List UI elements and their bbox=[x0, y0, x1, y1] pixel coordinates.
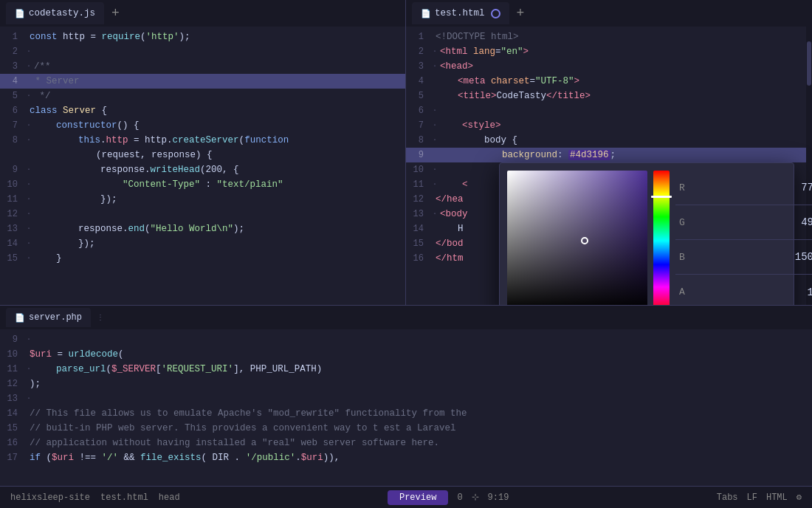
hue-spectrum[interactable] bbox=[653, 171, 670, 305]
g-label: G bbox=[675, 217, 689, 228]
code-line: 1 <!DOCTYPE html> bbox=[406, 30, 812, 44]
code-line: 5 <title>CodeTasty</title> bbox=[406, 89, 812, 103]
a-label: A bbox=[675, 286, 689, 298]
r-input[interactable] bbox=[689, 182, 812, 193]
preview-button[interactable]: Preview bbox=[388, 490, 448, 505]
status-time: 9:19 bbox=[488, 492, 509, 503]
code-line: 11 · parse_url($_SERVER['REQUEST_URI'], … bbox=[0, 362, 812, 377]
r-label: R bbox=[675, 182, 689, 193]
b-label: B bbox=[675, 252, 689, 263]
code-line: 6 · bbox=[406, 103, 812, 118]
right-tab-add[interactable]: + bbox=[509, 6, 532, 21]
status-center: Preview 0 ⊹ 9:19 bbox=[180, 490, 717, 505]
color-gradient-cursor bbox=[581, 237, 588, 244]
code-line: 4 <meta charset="UTF-8"> bbox=[406, 74, 812, 89]
status-bar: helixsleep-site test.html head Preview 0… bbox=[0, 486, 812, 508]
code-line: 4 * Server bbox=[0, 74, 405, 89]
code-line: 15 · } bbox=[0, 251, 405, 266]
code-line: 14 // This file allows us to emulate Apa… bbox=[0, 406, 812, 421]
code-line: 10 $uri = urldecode( bbox=[0, 347, 812, 362]
bottom-code-area[interactable]: 9 · 10 $uri = urldecode( 11 · parse_url(… bbox=[0, 329, 812, 486]
bottom-section: 📄 server.php ⋮ 9 · 10 $uri = urldecode( … bbox=[0, 305, 812, 486]
left-pane: 📄 codetasty.js + 1 const http = require(… bbox=[0, 0, 406, 305]
status-file: test.html bbox=[100, 492, 148, 503]
status-lang: HTML bbox=[766, 492, 788, 503]
code-line: 15 // built-in PHP web server. This prov… bbox=[0, 421, 812, 436]
color-values: R G B A bbox=[675, 171, 812, 305]
code-line: 8 · body { bbox=[406, 133, 812, 148]
tab-modified-indicator bbox=[491, 9, 500, 18]
color-picker[interactable]: R G B A bbox=[499, 162, 794, 305]
code-line: 11 · }); bbox=[0, 192, 405, 207]
code-line: 13 · bbox=[0, 391, 812, 406]
g-input[interactable] bbox=[689, 216, 812, 228]
b-input[interactable] bbox=[689, 251, 812, 263]
code-line: 14 · }); bbox=[0, 236, 405, 251]
bottom-tab-bar: 📄 server.php ⋮ bbox=[0, 306, 812, 329]
code-line: 17 if ($uri !== '/' && file_exists( DIR … bbox=[0, 450, 812, 465]
left-tab-add[interactable]: + bbox=[104, 6, 127, 21]
hue-cursor bbox=[651, 196, 672, 198]
bottom-tab[interactable]: 📄 server.php bbox=[6, 308, 91, 327]
code-line: 2 · bbox=[0, 44, 405, 59]
code-line: 13 · response.end("Hello World\n"); bbox=[0, 222, 405, 236]
code-line: 8 · this.http = http.createServer(functi… bbox=[0, 133, 405, 148]
status-zero: 0 bbox=[457, 492, 462, 503]
left-tab-bar: 📄 codetasty.js + bbox=[0, 0, 405, 27]
code-line-highlighted: 9 background: #4d3196; bbox=[406, 148, 812, 162]
code-line: 5 · */ bbox=[0, 89, 405, 103]
right-tab-bar: 📄 test.html + bbox=[406, 0, 812, 27]
code-line: 9 · bbox=[0, 332, 812, 347]
code-line: 3 · /** bbox=[0, 59, 405, 74]
bottom-tab-label: server.php bbox=[29, 312, 82, 323]
status-branch: head bbox=[159, 492, 180, 503]
a-input[interactable] bbox=[689, 286, 812, 298]
html-file-icon: 📄 bbox=[421, 9, 431, 18]
code-line: (request, response) { bbox=[0, 148, 405, 162]
code-line: 10 · "Content-Type" : "text/plain" bbox=[0, 177, 405, 192]
status-left: helixsleep-site test.html head bbox=[10, 492, 180, 503]
status-project: helixsleep-site bbox=[10, 492, 90, 503]
right-tab[interactable]: 📄 test.html bbox=[412, 2, 509, 24]
code-line: 7 · constructor() { bbox=[0, 118, 405, 133]
code-line: 7 · <style> bbox=[406, 118, 812, 133]
code-line: 9 · response.writeHead(200, { bbox=[0, 162, 405, 177]
code-line: 16 // application without having install… bbox=[0, 436, 812, 450]
left-tab-label: codetasty.js bbox=[29, 8, 95, 18]
status-right: Tabs LF HTML ⚙ bbox=[717, 492, 802, 503]
left-tab[interactable]: 📄 codetasty.js bbox=[6, 2, 104, 24]
status-tabs: Tabs bbox=[717, 492, 738, 503]
code-line: 2 · <html lang="en"> bbox=[406, 44, 812, 59]
js-file-icon: 📄 bbox=[15, 9, 25, 18]
code-line: 3 · <head> bbox=[406, 59, 812, 74]
scrollbar-thumb[interactable] bbox=[807, 41, 811, 86]
left-code-area[interactable]: 1 const http = require('http'); 2 · 3 · … bbox=[0, 27, 405, 305]
right-tab-label: test.html bbox=[435, 8, 485, 18]
share-icon[interactable]: ⊹ bbox=[472, 492, 479, 503]
color-gradient[interactable] bbox=[507, 171, 647, 305]
code-line: 12 · bbox=[0, 207, 405, 222]
php-file-icon: 📄 bbox=[15, 313, 25, 323]
settings-icon[interactable]: ⚙ bbox=[796, 492, 802, 503]
code-line: 6 class Server { bbox=[0, 103, 405, 118]
code-line: 12 ); bbox=[0, 377, 812, 391]
status-lf: LF bbox=[747, 492, 757, 503]
code-line: 1 const http = require('http'); bbox=[0, 30, 405, 44]
resize-handle[interactable]: ⋮ bbox=[97, 313, 104, 322]
